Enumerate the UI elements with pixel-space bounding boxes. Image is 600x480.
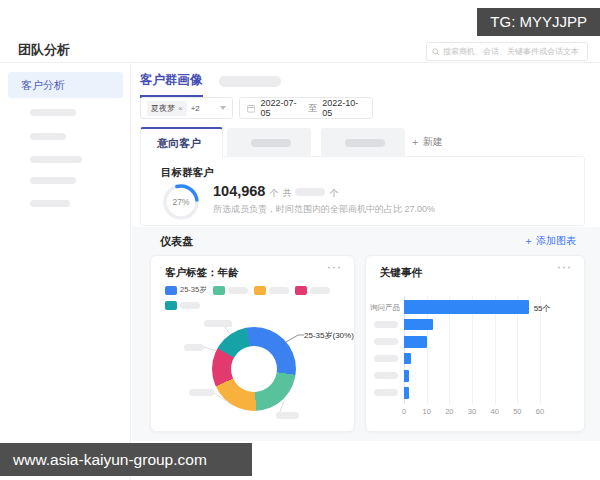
legend-swatch xyxy=(165,286,177,295)
bar-category-placeholder xyxy=(374,355,398,362)
bar xyxy=(404,370,409,382)
legend-label: 25-35岁 xyxy=(180,285,207,295)
group-filter-select[interactable]: 夏夜梦 × +2 xyxy=(140,97,233,119)
tab-placeholder-2[interactable] xyxy=(227,128,311,157)
donut-label-placeholder xyxy=(184,344,204,351)
bar xyxy=(404,353,411,364)
search-input[interactable] xyxy=(443,47,582,56)
dashboard-title: 仪表盘 xyxy=(160,234,193,249)
legend-item[interactable] xyxy=(254,285,289,295)
bar-category-placeholder xyxy=(374,372,398,379)
customer-count: 104,968 xyxy=(213,183,265,199)
sidebar-item-placeholder[interactable] xyxy=(30,133,66,140)
tg-badge: TG: MYYJJPP xyxy=(477,8,600,36)
legend-item[interactable] xyxy=(213,285,248,295)
tab-customer-group-portrait[interactable]: 客户群画像 xyxy=(140,72,203,98)
donut-slice-label: 25-35岁(30%) xyxy=(304,330,354,341)
bar xyxy=(404,387,409,399)
x-tick-label: 20 xyxy=(445,407,453,416)
donut-label-placeholder xyxy=(189,389,214,396)
customer-count-unit: 个 xyxy=(269,187,278,200)
legend-item[interactable] xyxy=(165,301,200,310)
sidebar-item-placeholder[interactable] xyxy=(30,177,76,184)
date-end: 2022-10-05 xyxy=(322,98,365,118)
total-prefix: 共 xyxy=(282,187,291,200)
dashboard-section: 仪表盘 ＋ 添加图表 客户标签：年龄 ··· 25-35岁 25-35岁(30%… xyxy=(132,227,600,441)
sidebar-item-placeholder[interactable] xyxy=(30,109,76,116)
card-menu-icon[interactable]: ··· xyxy=(327,260,342,274)
bar-value-label: 55个 xyxy=(534,303,551,314)
x-tick-label: 60 xyxy=(536,407,544,416)
bar xyxy=(404,319,433,330)
legend-swatch xyxy=(213,286,225,295)
donut-label-placeholder xyxy=(204,320,232,327)
total-unit: 个 xyxy=(329,187,338,200)
bar-category-placeholder xyxy=(374,338,398,345)
x-tick-label: 10 xyxy=(422,407,430,416)
legend-item[interactable] xyxy=(295,285,330,295)
group-tag-label: 夏夜梦 xyxy=(151,103,175,114)
date-to-label: 至 xyxy=(308,102,317,115)
legend-label-placeholder xyxy=(180,302,200,309)
tab-placeholder-3[interactable] xyxy=(321,128,405,157)
bar xyxy=(404,300,529,314)
legend-swatch xyxy=(295,286,307,295)
x-tick-label: 50 xyxy=(513,407,521,416)
customer-tags-title: 客户标签：年龄 xyxy=(165,266,239,280)
donut-hole xyxy=(231,346,277,392)
bar xyxy=(404,336,427,348)
legend-item[interactable]: 25-35岁 xyxy=(165,285,207,295)
global-search[interactable] xyxy=(426,42,588,61)
target-group-panel: 目标群客户 27% 104,968 个 共 个 所选成员负责，时间范围内的全部商… xyxy=(140,156,585,226)
chevron-down-icon xyxy=(220,106,226,110)
watermark-url: www.asia-kaiyun-group.com xyxy=(0,443,252,476)
bar-category-placeholder xyxy=(374,321,398,328)
legend-label-placeholder xyxy=(269,287,289,294)
x-tick-label: 30 xyxy=(468,407,476,416)
group-filter-tag[interactable]: 夏夜梦 × xyxy=(147,101,187,116)
date-start: 2022-07-05 xyxy=(260,98,303,118)
gauge-percent-label: 27% xyxy=(161,182,201,222)
x-tick-label: 40 xyxy=(490,407,498,416)
tab-placeholder-text xyxy=(345,139,385,147)
customer-tags-card: 客户标签：年龄 ··· 25-35岁 25-35岁(30%) xyxy=(150,255,355,432)
new-tab-button[interactable]: ＋ 新建 xyxy=(410,135,443,149)
donut-legend: 25-35岁 xyxy=(165,285,347,316)
add-chart-button[interactable]: ＋ 添加图表 xyxy=(523,234,576,248)
group-filter-more: +2 xyxy=(191,104,200,113)
sidebar-item-placeholder[interactable] xyxy=(30,156,82,163)
sidebar-item-placeholder[interactable] xyxy=(30,200,70,207)
stat-description: 所选成员负责，时间范围内的全部商机中的占比 27.00% xyxy=(213,203,435,216)
target-group-title: 目标群客户 xyxy=(161,166,214,180)
legend-swatch xyxy=(165,301,177,310)
legend-label-placeholder xyxy=(310,287,330,294)
date-range-picker[interactable]: 2022-07-05 至 2022-10-05 xyxy=(239,97,373,119)
tab-placeholder[interactable] xyxy=(219,76,281,87)
donut-label-placeholder xyxy=(276,412,299,419)
tab-placeholder-text xyxy=(251,139,291,147)
search-icon xyxy=(432,48,440,56)
total-placeholder xyxy=(295,188,325,196)
bar-chart: 0102030405060询问产品 xyxy=(366,256,584,431)
calendar-icon xyxy=(247,104,255,113)
sidebar: 客户分析 xyxy=(0,63,131,480)
legend-label-placeholder xyxy=(228,287,248,294)
bar-category-label: 询问产品 xyxy=(368,303,400,313)
bar-category-placeholder xyxy=(374,389,398,396)
key-events-card: 关键事件 ··· 0102030405060询问产品 55个 xyxy=(365,255,585,432)
sidebar-item-customer-analysis[interactable]: 客户分析 xyxy=(8,72,123,98)
tab-intent-customers[interactable]: 意向客户 xyxy=(140,127,223,157)
tag-remove-icon[interactable]: × xyxy=(178,104,183,113)
legend-swatch xyxy=(254,286,266,295)
page-title: 团队分析 xyxy=(18,41,70,59)
x-tick-label: 0 xyxy=(402,407,406,416)
